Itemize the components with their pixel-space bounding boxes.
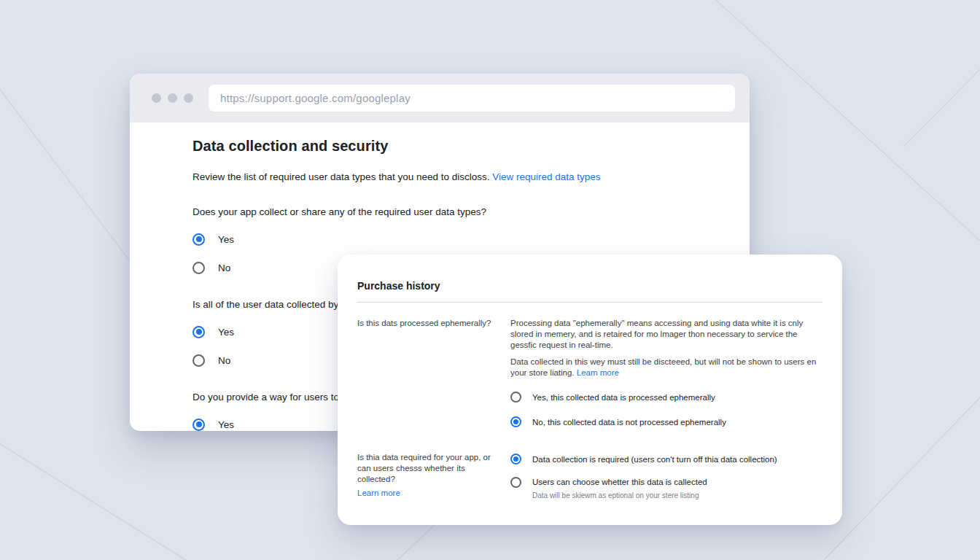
- window-controls: [152, 93, 193, 103]
- radio-selected-icon[interactable]: [192, 326, 205, 338]
- radio-unselected-icon[interactable]: [192, 262, 205, 274]
- page-title: Data collection and security: [192, 138, 728, 155]
- radio-option-ephemeral-yes[interactable]: Yes, this collected data is processed ep…: [510, 392, 822, 403]
- divider: [357, 302, 822, 303]
- radio-selected-icon[interactable]: [192, 419, 205, 431]
- radio-unselected-icon[interactable]: [192, 354, 205, 367]
- question-data-required: Is thia data required for your app, or c…: [357, 452, 822, 501]
- ephemeral-description-2-text: Data collected in this wey must still be…: [510, 357, 816, 377]
- page-background: { "background": { "color": "#dee4ee", "l…: [0, 0, 980, 560]
- question-label: Is thia data required for your app, or c…: [357, 452, 510, 501]
- question-ephemeral-processing: Is this dats processed ephemerally? Proc…: [357, 318, 822, 428]
- radio-option-sublabel: Data will be skiewm as eptional on your …: [532, 490, 707, 501]
- window-control-dot[interactable]: [184, 93, 193, 103]
- card-title: Purchase history: [357, 280, 822, 292]
- window-control-dot[interactable]: [168, 93, 177, 103]
- radio-option-label: Yes: [218, 327, 234, 338]
- question-answer-column: Processing data "ephemerally" means acce…: [510, 318, 822, 428]
- question-label-text: Is thia data required for your app, or c…: [357, 453, 491, 483]
- radio-unselected-icon[interactable]: [510, 477, 521, 488]
- intro-text: Review the list of required user data ty…: [192, 171, 728, 182]
- radio-option-label: Yes: [218, 234, 234, 245]
- radio-option-yes[interactable]: Yes: [192, 233, 728, 246]
- radio-option-label: No: [218, 262, 230, 273]
- radio-option-ephemeral-no[interactable]: No, this collected data is not processed…: [510, 416, 822, 428]
- question-collect-share: Does your app collect or share any of th…: [192, 206, 728, 217]
- radio-option-label: Yes: [218, 419, 234, 430]
- radio-selected-icon[interactable]: [510, 416, 521, 427]
- radio-option-label: Users can choose whetter this data is ca…: [532, 477, 707, 486]
- learn-more-link[interactable]: Learn more: [357, 488, 400, 499]
- ephemeral-description-2: Data collected in this wey must still be…: [510, 357, 822, 378]
- browser-toolbar: https://support.google.com/googleplay: [130, 74, 750, 122]
- purchase-history-card: Purchase history Is this dats processed …: [338, 254, 842, 525]
- url-bar[interactable]: https://support.google.com/googleplay: [209, 85, 735, 112]
- radio-option-label: No: [218, 355, 230, 366]
- learn-more-link[interactable]: Leam more: [577, 368, 619, 377]
- ephemeral-description: Processing data "ephemerally" means acce…: [510, 318, 822, 351]
- radio-option-label: No, this collected data is not processed…: [532, 416, 726, 428]
- radio-unselected-icon[interactable]: [510, 392, 521, 402]
- window-control-dot[interactable]: [152, 93, 161, 103]
- view-required-data-types-link[interactable]: View required data types: [492, 171, 600, 182]
- radio-option-users-choose[interactable]: Users can choose whetter this data is ca…: [510, 477, 822, 501]
- url-text: https://support.google.com/googleplay: [220, 92, 411, 104]
- question-label: Is this dats processed ephemerally?: [357, 318, 510, 428]
- radio-selected-icon[interactable]: [192, 233, 205, 246]
- radio-option-label: Data collection is required (users con't…: [532, 454, 777, 465]
- intro-text-span: Review the list of required user data ty…: [192, 171, 489, 182]
- question-answer-column: Data collection is required (users con't…: [510, 452, 822, 501]
- radio-selected-icon[interactable]: [510, 454, 521, 464]
- radio-option-label: Yes, this collected data is processed ep…: [532, 392, 715, 403]
- radio-option-collection-required[interactable]: Data collection is required (users con't…: [510, 454, 822, 465]
